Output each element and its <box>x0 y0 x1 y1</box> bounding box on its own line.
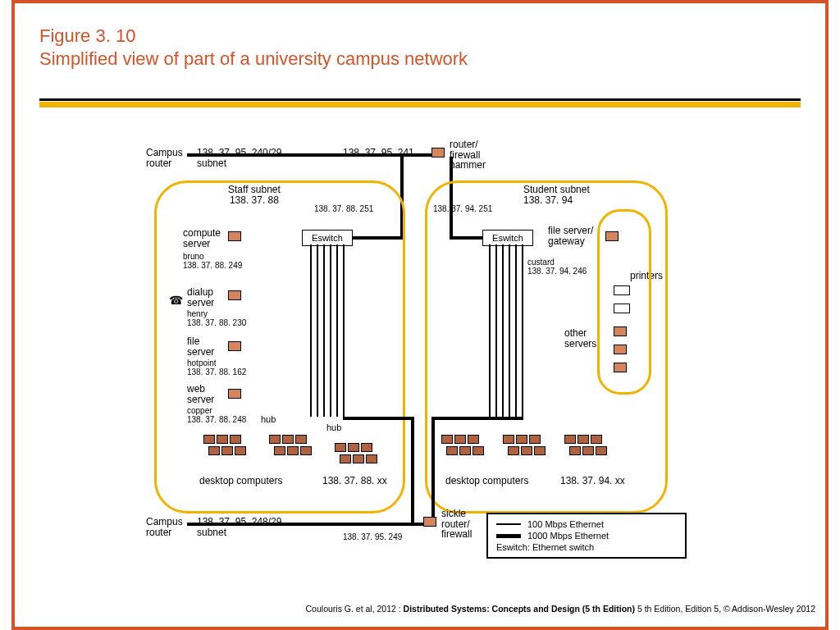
staff-hub-2-label: hub <box>326 422 341 432</box>
bottom-subnet-label: 138. 37. 95. 248/29 subnet <box>197 517 281 537</box>
bottom-campus-router-label: Campus router <box>146 517 183 537</box>
file-server-staff-label: file server <box>187 336 214 357</box>
legend-box: 100 Mbps Ethernet 1000 Mbps Ethernet Esw… <box>486 513 687 559</box>
legend-thick-line-icon <box>496 534 521 538</box>
other-servers-label: other servers <box>564 328 596 349</box>
staff-desktops-label: desktop computers <box>199 476 282 486</box>
file-gateway-label: file server/ gateway <box>548 226 593 246</box>
legend-1000-row: 1000 Mbps Ethernet <box>496 531 677 541</box>
sickle-right-uplink <box>431 417 435 518</box>
student-fan-4 <box>509 244 510 417</box>
footer-prefix: Coulouris G. et al, 2012 : <box>306 604 404 614</box>
frame-top <box>11 0 829 3</box>
staff-desktop-cluster-2 <box>269 435 314 468</box>
staff-eswitch-label: Eswitch <box>312 233 343 243</box>
staff-fan-1 <box>310 244 312 417</box>
staff-desktop-cluster-3 <box>335 443 380 476</box>
sickle-label: sickle router/ firewall <box>441 509 472 540</box>
web-server-label: web server <box>187 384 214 404</box>
sickle-right-horiz <box>431 417 523 420</box>
student-xx-label: 138. 37. 94. xx <box>560 476 625 486</box>
hammer-label: router/ firewall hammer <box>450 139 486 171</box>
legend-thin-line-icon <box>496 523 521 525</box>
staff-fan-6 <box>343 244 345 417</box>
staff-eswitch: Eswitch <box>302 230 353 246</box>
student-fan-1 <box>489 244 491 417</box>
bruno-icon <box>228 231 241 241</box>
top-subnet-label: 138. 37. 95. 240/29 subnet <box>197 148 281 168</box>
phone-icon: ☎ <box>169 294 183 307</box>
student-fan-6 <box>522 244 523 417</box>
student-fan-2 <box>495 244 497 417</box>
student-switch-ip: 138. 37. 94. 251 <box>433 205 492 214</box>
student-desktop-cluster-2 <box>503 435 548 468</box>
figure-title-block: Figure 3. 10 Simplified view of part of … <box>39 25 468 70</box>
staff-fan-2 <box>317 244 318 417</box>
staff-xx-label: 138. 37. 88. xx <box>322 476 387 486</box>
figure-caption: Simplified view of part of a university … <box>39 48 468 71</box>
frame-bottom <box>11 627 829 630</box>
bottom-backbone-link <box>187 523 425 526</box>
student-desktop-cluster-1 <box>441 435 486 468</box>
sickle-left-horiz <box>343 417 413 420</box>
copper-label: copper 138. 37. 88. 248 <box>187 407 246 424</box>
student-eswitch-label: Eswitch <box>492 233 523 243</box>
header-rule-black <box>39 98 801 101</box>
frame-left <box>11 3 15 627</box>
server-stack-ring <box>597 209 651 395</box>
sickle-router-icon <box>423 517 436 527</box>
staff-fan-4 <box>330 244 331 417</box>
dialup-server-label: dialup server <box>187 287 214 308</box>
student-desktop-cluster-3 <box>564 435 609 468</box>
staff-hub-1-label: hub <box>261 414 276 424</box>
staff-fan-5 <box>336 244 338 417</box>
student-fan-5 <box>515 244 517 417</box>
diagram-canvas: Campus router 138. 37. 95. 240/29 subnet… <box>39 131 801 566</box>
bruno-label: bruno 138. 37. 88. 249 <box>183 253 242 270</box>
henry-icon <box>228 290 241 300</box>
header-rule-gold <box>39 102 801 107</box>
hammer-router-icon <box>431 148 445 158</box>
citation-footer: Coulouris G. et al, 2012 : Distributed S… <box>306 604 815 614</box>
top-campus-router-label: Campus router <box>146 148 183 168</box>
legend-100-label: 100 Mbps Ethernet <box>527 519 604 529</box>
student-desktops-label: desktop computers <box>445 476 528 486</box>
legend-eswitch-label: Eswitch: Ethernet switch <box>496 542 594 552</box>
staff-fan-3 <box>323 244 325 417</box>
student-subnet-title: Student subnet 138. 37. 94 <box>523 185 590 205</box>
legend-1000-label: 1000 Mbps Ethernet <box>527 531 609 541</box>
copper-icon <box>228 389 241 399</box>
sickle-left-uplink <box>411 417 414 523</box>
staff-switch-ip: 138. 37. 88. 251 <box>314 205 373 214</box>
legend-eswitch-row: Eswitch: Ethernet switch <box>496 542 677 552</box>
footer-book-title: Distributed Systems: Concepts and Design… <box>404 604 635 614</box>
sickle-ip: 138. 37. 95. 249 <box>343 533 402 542</box>
henry-label: henry 138. 37. 88. 230 <box>187 310 246 327</box>
staff-desktop-cluster-1 <box>203 435 249 468</box>
hotpoint-label: hotpoint 138. 37. 88. 162 <box>187 359 246 377</box>
footer-suffix: 5 th Edition, Edition 5, © Addison-Wesle… <box>635 604 815 614</box>
frame-right <box>825 3 829 627</box>
student-eswitch: Eswitch <box>482 230 533 246</box>
staff-subnet-title: Staff subnet 138. 37. 88 <box>228 185 281 205</box>
hotpoint-icon <box>228 341 241 351</box>
compute-server-label: compute server <box>183 228 221 249</box>
custard-label: custard 138. 37. 94. 246 <box>527 258 587 276</box>
legend-100-row: 100 Mbps Ethernet <box>496 519 677 529</box>
figure-number: Figure 3. 10 <box>39 25 468 48</box>
student-fan-3 <box>502 244 504 417</box>
